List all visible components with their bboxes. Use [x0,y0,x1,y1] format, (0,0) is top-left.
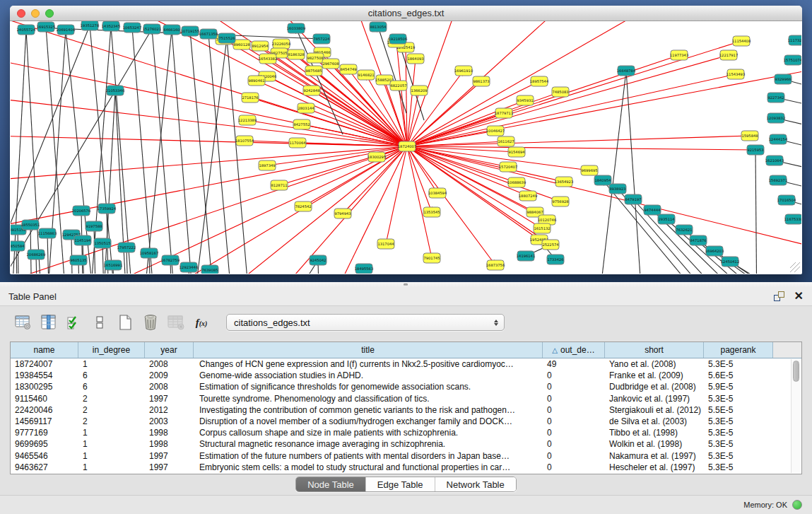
window-resize-grip[interactable] [790,262,800,272]
table-row[interactable]: 969969511998Structural magnetic resonanc… [11,438,801,450]
graph-node-label: 9794943 [334,211,351,216]
graph-edge [247,120,407,146]
graph-node-label: 8454749 [340,67,356,71]
graph-node-label: 8471876 [690,238,706,243]
tab-network-table[interactable]: Network Table [435,477,516,491]
vertical-scrollbar[interactable] [791,359,801,473]
graph-node-label: 14196141 [517,254,535,258]
close-panel-icon[interactable]: ✕ [794,291,804,301]
graph-edge [755,150,757,274]
row-height-icon[interactable] [89,312,110,333]
float-panel-icon[interactable] [774,291,784,301]
cell-pagerank: 5.3E-5 [704,451,773,461]
cell-title: Corpus callosum shape and size in male p… [194,428,543,438]
table-settings-icon[interactable] [13,312,34,333]
cell-title: Structural magnetic resonance image aver… [194,439,543,449]
column-header-in_degree[interactable]: in_degree [78,342,145,358]
memory-ok-icon[interactable] [792,500,802,510]
column-header-pagerank[interactable]: pagerank [704,342,773,358]
graph-edge [698,240,801,274]
graph-node-label: 7824542 [295,204,311,209]
graph-node-label: 9756928 [552,199,568,204]
graph-edge [257,81,407,146]
table-row[interactable]: 1938455462009Genome-wide association stu… [11,370,801,381]
status-bar: Memory: OK [0,495,812,514]
graph-edge [267,76,407,146]
column-header-year[interactable]: year [145,342,194,358]
column-header-short[interactable]: short [605,342,704,358]
graph-edge [71,235,73,274]
panel-splitter[interactable] [0,282,812,287]
graph-node-label: 16915325 [37,25,55,29]
graph-node-label: 1864093 [407,57,423,61]
scrollbar-thumb[interactable] [793,361,799,382]
cell-short: Wolkin et al. (1998) [605,439,704,449]
cell-year: 2008 [145,359,194,369]
table-row[interactable]: 1456911722003Disruption of a novel membe… [11,416,801,427]
cell-short: Yano et al. (2008) [605,359,704,369]
cell-title: Investigating the contribution of common… [194,405,543,415]
table-panel: Table Panel ✕ [0,282,812,514]
table-row[interactable]: 1872400712008Changes of HCN gene express… [11,358,801,370]
graph-node-label: 12217917 [719,53,738,57]
cell-out_de: 0 [543,394,605,404]
table-row[interactable]: 911546021997Tourette syndrome. Phenomeno… [11,393,801,404]
new-column-icon[interactable] [114,312,136,333]
graph-node-label: 10384594 [428,191,447,195]
graph-edge [407,74,736,146]
cell-name: 14569117 [11,416,78,426]
table-row[interactable]: 946554611997Estimation of the future num… [11,450,801,462]
network-view[interactable]: 1872400779638228960128891295423226058982… [11,21,801,274]
graph-edge [11,30,26,274]
column-header-name[interactable]: name [11,342,78,358]
graph-edge [152,29,177,274]
graph-node-label: 2935114 [658,217,675,221]
graph-edge [90,25,117,274]
tab-edge-table[interactable]: Edge Table [366,477,435,491]
graph-node-label: 1733426 [547,257,563,262]
graph-node-label: 2967608 [322,62,339,66]
graph-edge [141,30,172,274]
graph-node-label: 12093832 [767,116,785,120]
column-header-title[interactable]: title [194,342,543,358]
tab-node-table[interactable]: Node Table [296,477,366,491]
graph-node-label: 6466160 [163,28,180,32]
citation-network-graph[interactable]: 1872400779638228960128891295423226058982… [11,21,801,274]
graph-edge [603,180,717,274]
graph-node-label: 16964203 [705,249,724,253]
table-select-dropdown[interactable]: citations_edges.txt [226,314,505,331]
cell-name: 9777169 [11,428,78,438]
graph-node-label: 10688639 [507,180,526,185]
select-columns-icon[interactable] [64,312,85,333]
graph-node-label: 23226058 [272,42,290,46]
function-builder-icon[interactable]: f(x) [191,312,212,333]
cell-out_de: 0 [543,405,605,415]
cell-year: 1997 [145,451,194,461]
cell-year: 2012 [145,405,194,415]
table-select-value: citations_edges.txt [234,317,310,328]
cell-pagerank: 5.3E-5 [704,416,773,426]
cell-pagerank: 5.3E-5 [704,439,773,449]
delete-column-icon[interactable] [140,312,161,333]
graph-node-label: 24055724 [17,28,36,32]
network-window[interactable]: citations_edges.txt 18724007796382289601… [10,6,802,274]
table-row[interactable]: 2242004622012Investigating the contribut… [11,404,801,416]
graph-node-label: 1350515 [94,241,110,245]
table-row[interactable]: 977716911998Corpus callosum shape and si… [11,427,801,438]
graph-node-label: 9154694 [508,150,525,154]
column-header-out_de[interactable]: △out_de… [543,342,605,358]
cell-year: 1998 [145,439,194,449]
network-window-titlebar[interactable]: citations_edges.txt [10,6,802,21]
graph-node-label: 8813054 [370,25,387,29]
node-table: namein_degreeyeartitle△out_de…shortpager… [10,341,802,474]
table-toolbar: f(x) citations_edges.txt [0,306,812,339]
cell-short: Tibbo et al. (1998) [605,428,704,438]
graph-node-label: 7485083 [552,90,568,94]
show-columns-icon[interactable] [38,312,59,333]
graph-node-label: 12450412 [721,259,739,264]
graph-edge [279,146,407,185]
table-row[interactable]: 1830029562008Estimation of significance … [11,381,801,392]
graph-node-label: 17359924 [98,206,117,211]
cell-pagerank: 5.3E-5 [704,462,773,472]
table-row[interactable]: 946362711997Embryonic stem cells: a mode… [11,462,801,473]
